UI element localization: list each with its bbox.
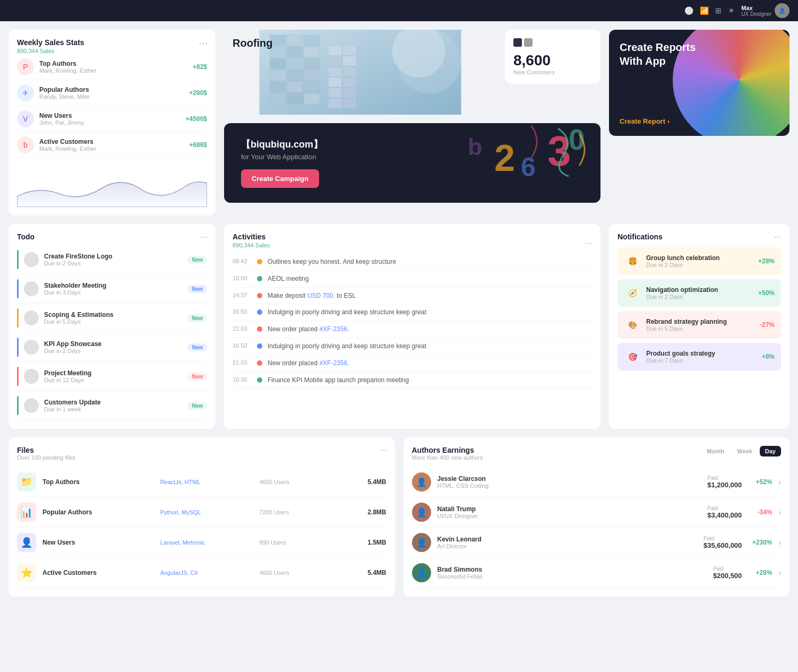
stat-name: New Users	[39, 112, 181, 119]
second-row: Todo ⋯ Create FireStone Logo Due in 2 Da…	[0, 224, 798, 429]
notif-sub: Due in 2 Days	[646, 294, 753, 300]
tab-week[interactable]: Week	[732, 446, 758, 456]
svg-rect-7	[270, 58, 286, 69]
stat-icon: ✈	[17, 84, 34, 101]
activity-time: 08:42	[233, 257, 252, 264]
author-avatar: 👤	[412, 472, 431, 492]
file-users: 4600 Users	[259, 570, 333, 576]
author-paid-label: Paid	[703, 536, 742, 541]
user-menu[interactable]: Max UX Designer 👤	[741, 3, 790, 18]
activity-link[interactable]: #XF-2356.	[319, 359, 349, 367]
svg-rect-21	[329, 56, 342, 66]
todo-bar	[17, 308, 19, 328]
weekly-sales-title: Weekly Sales Stats	[17, 38, 207, 47]
bottom-row: Files Over 100 pending files ⋯ 📁 Top Aut…	[0, 437, 798, 605]
campaign-title: 【biqubiqu.com】	[241, 138, 323, 151]
tab-day[interactable]: Day	[760, 446, 781, 456]
file-name: Active Customers	[42, 569, 154, 576]
file-size: 2.8MB	[340, 509, 386, 516]
files-menu[interactable]: ⋯	[380, 446, 387, 454]
file-icon: 👤	[17, 533, 36, 552]
notification-item: 🧭 Navigation optimization Due in 2 Days …	[617, 279, 781, 307]
todo-badge: New	[187, 343, 207, 351]
file-size: 5.4MB	[340, 478, 386, 486]
stat-info: Active Customers Mark, Rowling, Esther	[39, 138, 184, 152]
notif-info: Navigation optimization Due in 2 Days	[646, 286, 753, 300]
wave-chart	[17, 165, 207, 207]
svg-rect-17	[287, 93, 303, 104]
author-role: HTML, CSS Coding	[437, 483, 701, 489]
notification-list: 🍔 Group lunch celebration Due in 2 Days …	[617, 247, 781, 371]
activities-title: Activities	[233, 232, 270, 241]
author-avatar: 👤	[412, 533, 431, 552]
todo-name: KPI App Showcase	[44, 340, 182, 348]
todo-menu[interactable]: ⋯	[200, 233, 207, 241]
weekly-sales-subtitle: 890,344 Sales	[17, 48, 207, 54]
activity-item: 10:30 Finance KPI Mobile app launch prep…	[233, 372, 592, 389]
notif-info: Group lunch celebration Due in 2 Days	[646, 254, 753, 268]
file-icon: 📊	[17, 503, 36, 522]
notif-value: +50%	[758, 289, 775, 297]
stat-name: Top Authors	[39, 60, 187, 67]
author-change: +52%	[748, 478, 772, 486]
activity-text: New order placed #XF-2356.	[268, 325, 349, 334]
search-icon[interactable]: ⚪	[684, 6, 693, 15]
stat-list: P Top Authors Mark, Rowling, Esther +82$…	[17, 54, 207, 158]
activity-time: 16:50	[233, 342, 252, 349]
notification-item: 🎨 Rebrand strategy planning Due in 5 Day…	[617, 311, 781, 339]
signal-icon[interactable]: 📶	[700, 6, 709, 15]
activity-item: 21:03 New order placed #XF-2356.	[233, 321, 592, 338]
file-tech: AngularJS, C#	[160, 570, 253, 576]
notif-value: +8%	[762, 353, 775, 360]
notif-icon: 🎨	[624, 316, 641, 333]
create-reports-title: Create ReportsWith App	[620, 40, 779, 68]
weekly-sales-menu[interactable]: ⋯	[199, 37, 208, 49]
todo-avatar	[24, 252, 39, 267]
svg-rect-6	[304, 47, 320, 57]
activity-time: 10:30	[233, 376, 252, 383]
stat-info: Top Authors Mark, Rowling, Esther	[39, 60, 187, 74]
todo-avatar	[24, 311, 39, 325]
notif-icon: 🧭	[624, 285, 641, 301]
file-name: New Users	[42, 539, 154, 546]
main-row: ⋯ Weekly Sales Stats 890,344 Sales P Top…	[0, 21, 798, 224]
author-item: 👤 Jessie Clarcson HTML, CSS Coding Paid …	[412, 467, 782, 497]
author-arrow-icon[interactable]: ›	[778, 538, 781, 547]
todo-info: Customers Update Due in 1 week	[44, 399, 182, 412]
activity-link[interactable]: USD 700.	[307, 292, 335, 299]
activities-menu[interactable]: ⋯	[585, 239, 592, 247]
author-arrow-icon[interactable]: ›	[778, 568, 781, 577]
svg-rect-5	[287, 47, 303, 57]
create-report-link[interactable]: Create Report ›	[620, 85, 779, 125]
stat-value: +4500$	[186, 115, 207, 123]
grid-icon[interactable]: ⊞	[715, 6, 722, 15]
author-change: +28%	[748, 569, 772, 576]
author-item: 👤 Kevin Leonard Art Director Paid $35,60…	[412, 528, 782, 558]
activity-link[interactable]: #XF-2356.	[319, 325, 349, 333]
campaign-decoration: 3 2 0 6 b	[441, 123, 600, 203]
notif-info: Rebrand strategy planning Due in 5 Days	[646, 318, 754, 332]
activity-dot	[257, 276, 262, 281]
author-item: 👤 Brad Simmons Successful Fellas Paid $2…	[412, 558, 782, 588]
stat-sub: John, Pat, Jimmy	[39, 119, 181, 126]
file-item: ⭐ Active Customers AngularJS, C# 4600 Us…	[17, 558, 387, 588]
create-campaign-button[interactable]: Create Campaign	[241, 169, 319, 188]
tab-month[interactable]: Month	[701, 446, 730, 456]
author-arrow-icon[interactable]: ›	[778, 508, 781, 516]
avatar[interactable]: 👤	[775, 3, 790, 18]
author-name: Natali Trump	[437, 505, 701, 513]
center-top-row: Roofing 8,600 New Customers	[224, 30, 600, 115]
author-arrow-icon[interactable]: ›	[778, 478, 781, 486]
theme-icon[interactable]: ☀	[728, 6, 735, 15]
notif-sub: Due in 2 Days	[646, 262, 753, 268]
svg-rect-10	[270, 70, 286, 81]
notifications-menu[interactable]: ⋯	[774, 233, 781, 241]
campaign-subtitle: for Your Web Application	[241, 153, 323, 161]
stat-info: New Users John, Pat, Jimmy	[39, 112, 181, 126]
right-column: Create ReportsWith App Create Report ›	[609, 30, 790, 216]
svg-rect-28	[343, 88, 356, 98]
todo-badge: New	[187, 256, 207, 264]
activities-card: Activities 890,344 Sales ⋯ 08:42 Outline…	[224, 224, 600, 429]
notif-icon: 🎯	[624, 348, 641, 365]
ae-tab-group: Month Week Day	[701, 446, 781, 456]
